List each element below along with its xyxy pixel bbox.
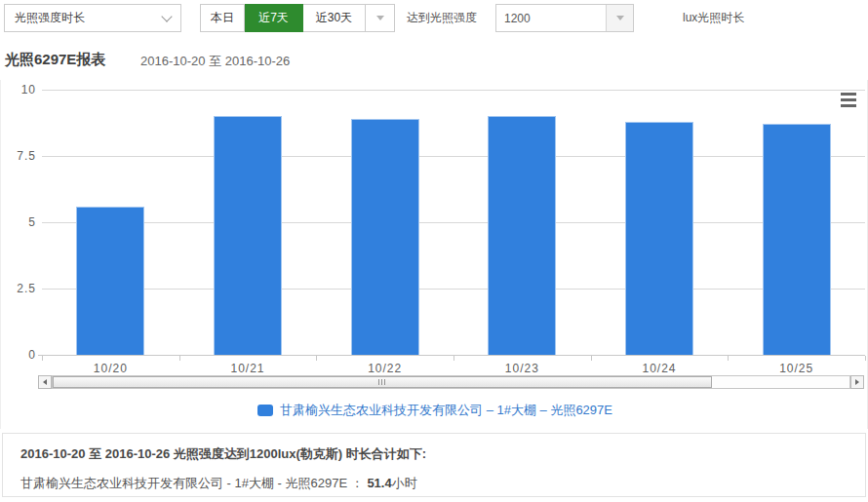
y-axis-label: 2.5 <box>5 282 36 295</box>
summary-total-value: 51.4 <box>367 476 391 490</box>
y-axis-label: 10 <box>5 83 36 97</box>
x-axis-label: 10/20 <box>42 362 179 375</box>
threshold-dropdown-button[interactable] <box>606 5 633 31</box>
x-axis-label: 10/23 <box>454 362 591 375</box>
bar[interactable] <box>214 116 282 355</box>
scrollbar-thumb[interactable] <box>53 376 712 388</box>
range-button-today[interactable]: 本日 <box>200 4 245 32</box>
y-gridline <box>42 289 865 290</box>
bar[interactable] <box>488 116 556 355</box>
range-more-button[interactable] <box>366 4 395 32</box>
metric-select-value: 光照强度时长 <box>15 10 85 26</box>
arrow-right-icon <box>855 379 859 385</box>
x-axis-label: 10/22 <box>316 362 454 375</box>
x-axis-tick <box>179 356 180 361</box>
x-axis-tick <box>728 356 729 361</box>
y-gridline <box>42 156 865 157</box>
x-axis-tick <box>865 356 866 361</box>
caret-down-icon <box>616 16 624 20</box>
y-gridline <box>42 222 865 223</box>
summary-box: 2016-10-20 至 2016-10-26 光照强度达到1200lux(勒克… <box>2 433 866 497</box>
x-axis-line <box>38 355 865 356</box>
bar[interactable] <box>76 207 144 355</box>
bar[interactable] <box>763 124 831 355</box>
threshold-input-group <box>495 4 634 32</box>
x-axis-label: 10/24 <box>591 362 729 375</box>
y-axis-label: 7.5 <box>5 149 36 163</box>
scrollbar-left-button[interactable] <box>38 375 52 389</box>
threshold-label: 达到光照强度 <box>407 4 477 32</box>
range-button-30days[interactable]: 近30天 <box>303 4 366 32</box>
unit-label: lux光照时长 <box>683 4 744 32</box>
caret-down-icon <box>376 16 384 20</box>
arrow-left-icon <box>43 379 47 385</box>
legend-label: 甘肃榆兴生态农业科技开发有限公司 – 1#大棚 – 光照6297E <box>280 402 612 419</box>
legend[interactable]: 甘肃榆兴生态农业科技开发有限公司 – 1#大棚 – 光照6297E <box>1 402 868 419</box>
threshold-input[interactable] <box>496 5 606 31</box>
range-button-7days[interactable]: 近7天 <box>245 4 303 32</box>
x-axis-tick <box>316 356 317 361</box>
bar-chart: 甘肃榆兴生态农业科技开发有限公司 – 1#大棚 – 光照6297E 02.557… <box>0 80 868 429</box>
x-axis-label: 10/25 <box>728 362 865 375</box>
bar[interactable] <box>351 119 419 355</box>
page-title: 光照6297E报表 <box>5 51 105 69</box>
scrollbar-right-button[interactable] <box>850 375 864 389</box>
bar[interactable] <box>625 122 693 355</box>
chart-menu-icon[interactable] <box>841 93 860 110</box>
date-range-button-group: 本日 近7天 近30天 <box>200 4 395 32</box>
legend-swatch <box>257 405 273 416</box>
summary-heading: 2016-10-20 至 2016-10-26 光照强度达到1200lux(勒克… <box>20 445 848 463</box>
report-date-range: 2016-10-20 至 2016-10-26 <box>140 53 290 70</box>
x-axis-tick <box>42 356 43 361</box>
x-axis-tick <box>454 356 454 361</box>
y-axis-label: 0 <box>5 348 36 362</box>
y-axis-label: 5 <box>5 215 36 229</box>
y-gridline <box>42 90 865 91</box>
x-axis-label: 10/21 <box>179 362 317 375</box>
summary-total: 甘肃榆兴生态农业科技开发有限公司 - 1#大棚 - 光照6297E ： 51.4… <box>20 475 848 492</box>
x-axis-tick <box>591 356 592 361</box>
metric-select[interactable]: 光照强度时长 <box>4 4 181 32</box>
chevron-down-icon <box>161 11 172 21</box>
